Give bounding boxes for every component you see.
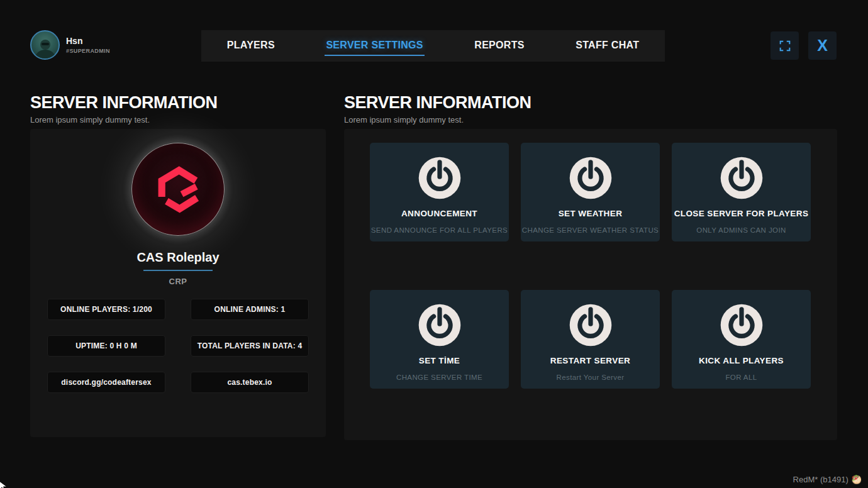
avatar xyxy=(30,30,60,60)
action-title: KICK ALL PLAYERS xyxy=(699,356,784,365)
power-icon xyxy=(568,302,613,348)
action-title: SET WEATHER xyxy=(559,209,623,218)
action-set-time[interactable]: SET TİME CHANGE SERVER TIME xyxy=(370,290,509,389)
redm-watermark: RedM* (b1491) 🥙 xyxy=(793,475,862,484)
action-title: SET TİME xyxy=(419,356,460,365)
stat-tebex-link[interactable]: cas.tebex.io xyxy=(191,372,309,393)
power-icon xyxy=(719,155,764,201)
action-announcement[interactable]: ANNOUNCEMENT SEND ANNOUNCE FOR ALL PLAYE… xyxy=(370,143,509,241)
person-silhouette-icon xyxy=(33,37,58,60)
server-logo xyxy=(131,143,225,236)
server-name-underline xyxy=(143,270,213,271)
server-info-subtitle: Lorem ipsum simply dummy test. xyxy=(30,115,218,125)
fullscreen-button[interactable] xyxy=(771,31,799,60)
close-button[interactable]: X xyxy=(808,31,837,60)
action-subtitle: Restart Your Server xyxy=(557,374,625,381)
action-subtitle: FOR ALL xyxy=(725,374,757,381)
action-title: ANNOUNCEMENT xyxy=(401,209,477,218)
stat-total-players[interactable]: TOTAL PLAYERS IN DATA: 4 xyxy=(191,335,309,357)
stat-discord-link[interactable]: discord.gg/codeaftersex xyxy=(47,372,165,393)
action-subtitle: CHANGE SERVER WEATHER STATUS xyxy=(522,226,659,234)
server-settings-panel: ANNOUNCEMENT SEND ANNOUNCE FOR ALL PLAYE… xyxy=(344,129,837,440)
tab-staff-chat[interactable]: STAFF CHAT xyxy=(574,36,640,56)
fullscreen-corners-icon xyxy=(778,39,792,53)
user-name: Hsn xyxy=(66,36,110,46)
action-subtitle: CHANGE SERVER TIME xyxy=(396,374,482,381)
stat-uptime[interactable]: UPTIME: 0 H 0 M xyxy=(47,335,165,357)
server-settings-title: SERVER INFORMATION xyxy=(344,93,531,113)
action-restart-server[interactable]: RESTART SERVER Restart Your Server xyxy=(521,290,660,389)
main-nav: PLAYERS SERVER SETTINGS REPORTS STAFF CH… xyxy=(201,30,665,62)
tab-reports[interactable]: REPORTS xyxy=(473,36,525,56)
server-settings-subtitle: Lorem ipsum simply dummy test. xyxy=(344,115,531,125)
mouse-cursor-icon xyxy=(0,480,8,488)
server-settings-header: SERVER INFORMATION Lorem ipsum simply du… xyxy=(344,93,531,125)
server-info-header: SERVER INFORMATION Lorem ipsum simply du… xyxy=(30,93,218,125)
server-stats: ONLINE PLAYERS: 1/200 ONLINE ADMINS: 1 U… xyxy=(47,299,309,393)
user-role: #SUPERADMIN xyxy=(66,48,110,54)
watermark-text: RedM* (b1491) xyxy=(793,475,849,484)
action-kick-all-players[interactable]: KICK ALL PLAYERS FOR ALL xyxy=(672,290,811,389)
power-icon xyxy=(568,155,613,201)
action-close-server[interactable]: CLOSE SERVER FOR PLAYERS ONLY ADMINS CAN… xyxy=(672,143,811,241)
server-name: CAS Roleplay xyxy=(136,250,219,265)
server-info-title: SERVER INFORMATION xyxy=(30,93,218,113)
action-subtitle: ONLY ADMINS CAN JOIN xyxy=(696,226,786,234)
power-icon xyxy=(417,155,462,201)
cas-logo-icon xyxy=(151,162,205,216)
power-icon xyxy=(417,302,462,348)
server-code: CRP xyxy=(169,277,187,286)
server-info-panel: CAS Roleplay CRP ONLINE PLAYERS: 1/200 O… xyxy=(30,129,326,437)
user-chip: Hsn #SUPERADMIN xyxy=(30,30,110,60)
action-subtitle: SEND ANNOUNCE FOR ALL PLAYERS xyxy=(371,226,508,234)
stat-online-players[interactable]: ONLINE PLAYERS: 1/200 xyxy=(47,299,165,320)
action-title: CLOSE SERVER FOR PLAYERS xyxy=(674,209,809,218)
action-title: RESTART SERVER xyxy=(550,356,630,365)
action-set-weather[interactable]: SET WEATHER CHANGE SERVER WEATHER STATUS xyxy=(521,143,660,241)
stat-online-admins[interactable]: ONLINE ADMINS: 1 xyxy=(191,299,309,320)
watermark-emoji-icon: 🥙 xyxy=(852,475,862,484)
tab-players[interactable]: PLAYERS xyxy=(226,36,276,56)
tab-server-settings[interactable]: SERVER SETTINGS xyxy=(325,36,424,56)
power-icon xyxy=(719,302,764,348)
